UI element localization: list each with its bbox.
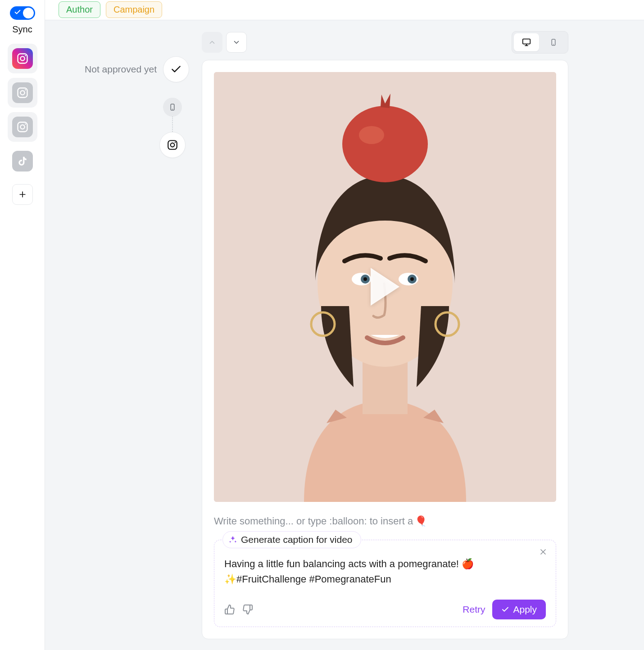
approval-status: Not approved yet	[85, 64, 157, 75]
add-channel-button[interactable]	[12, 184, 33, 205]
svg-point-2	[25, 55, 26, 56]
svg-point-7	[20, 125, 24, 129]
canvas: Not approved yet	[45, 20, 644, 650]
instagram-icon	[12, 82, 33, 103]
device-toggle	[512, 31, 568, 54]
thumbs-up-icon	[224, 604, 235, 615]
video-preview[interactable]	[214, 72, 556, 502]
svg-point-4	[20, 90, 24, 95]
chevron-up-icon	[208, 38, 216, 46]
prev-post-button	[202, 32, 222, 53]
ai-generate-tab[interactable]: Generate caption for video	[222, 531, 361, 548]
svg-point-5	[25, 89, 26, 90]
instagram-icon	[12, 48, 33, 69]
svg-point-15	[175, 142, 176, 143]
tag-campaign[interactable]: Campaign	[106, 1, 162, 18]
channel-instagram[interactable]	[8, 78, 37, 108]
caption-placeholder: Write something... or type :balloon: to …	[214, 515, 413, 527]
connector-line	[172, 117, 173, 132]
svg-point-14	[171, 143, 175, 147]
svg-point-32	[342, 106, 428, 182]
device-mobile-button[interactable]	[541, 33, 566, 51]
approve-button[interactable]	[163, 56, 189, 82]
next-post-button[interactable]	[226, 32, 247, 53]
ai-suggestion-box: Generate caption for video Having a litt…	[214, 540, 556, 627]
check-icon	[170, 63, 182, 75]
svg-point-29	[410, 277, 414, 281]
svg-point-33	[359, 126, 384, 144]
preview-mobile-bubble[interactable]	[163, 98, 182, 117]
sparkle-icon	[228, 535, 237, 544]
tiktok-icon	[12, 151, 33, 172]
editor-toolbar	[202, 31, 568, 54]
check-icon	[501, 605, 509, 614]
thumbs-down-icon	[242, 604, 253, 615]
page: Author Campaign Not approved yet	[45, 0, 644, 650]
close-icon	[539, 547, 548, 556]
status-column: Not approved yet	[45, 20, 189, 650]
instagram-icon	[12, 117, 33, 137]
play-icon	[371, 268, 399, 306]
retry-button[interactable]: Retry	[463, 604, 485, 615]
tag-author[interactable]: Author	[59, 1, 100, 18]
tags-bar: Author Campaign	[45, 0, 644, 20]
preview-platform-selector	[159, 98, 186, 158]
channel-instagram-active[interactable]	[8, 44, 37, 73]
left-rail: Sync	[0, 0, 45, 650]
ai-suggestion-text: Having a little fun balancing acts with …	[224, 556, 546, 587]
thumbs-up-button[interactable]	[224, 604, 235, 615]
chevron-down-icon	[232, 38, 240, 46]
channel-tiktok[interactable]	[8, 146, 37, 176]
editor-column: Write something... or type :balloon: to …	[189, 20, 581, 650]
check-icon	[14, 9, 21, 16]
device-desktop-button[interactable]	[514, 33, 539, 51]
sync-toggle[interactable]	[10, 6, 35, 20]
toggle-knob	[23, 8, 34, 18]
preview-instagram-bubble[interactable]	[159, 132, 186, 158]
caption-input[interactable]: Write something... or type :balloon: to …	[214, 515, 556, 527]
svg-point-28	[363, 277, 367, 281]
ai-close-button[interactable]	[536, 545, 550, 559]
svg-rect-16	[523, 39, 531, 44]
ai-tab-label: Generate caption for video	[241, 534, 353, 545]
apply-label: Apply	[513, 604, 537, 615]
channel-instagram[interactable]	[8, 112, 37, 142]
post-editor-card: Write something... or type :balloon: to …	[202, 60, 568, 639]
svg-point-1	[20, 56, 24, 60]
apply-button[interactable]: Apply	[492, 600, 546, 619]
sync-label: Sync	[12, 24, 32, 35]
svg-point-8	[25, 123, 26, 125]
balloon-emoji: 🎈	[415, 515, 427, 527]
thumbs-down-button[interactable]	[242, 604, 253, 615]
